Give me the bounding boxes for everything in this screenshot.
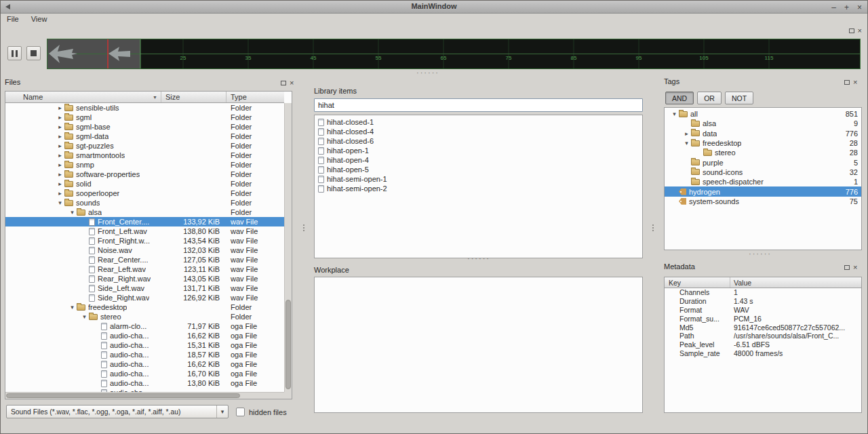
tag-tree-row[interactable]: speech-dispatcher1 (665, 177, 861, 186)
library-item[interactable]: hihat-closed-6 (315, 136, 642, 146)
metadata-row[interactable]: Peak_level-6.51 dBFS (665, 340, 861, 349)
titlebar[interactable]: MainWindow – + × (1, 1, 867, 14)
file-filter-select[interactable]: Sound Files (*.wav, *.flac, *.ogg, *.oga… (6, 405, 229, 418)
tag-tree-row[interactable]: system-sounds75 (665, 197, 861, 206)
file-tree-row[interactable]: ▸sgml-dataFolder (5, 132, 284, 141)
minimize-button[interactable]: – (831, 3, 836, 12)
library-item[interactable]: hihat-closed-4 (315, 127, 642, 136)
float-dock-icon[interactable] (281, 81, 286, 85)
column-header-key[interactable]: Key (665, 277, 730, 288)
file-tree-row[interactable]: ▸sgt-puzzlesFolder (5, 141, 284, 151)
expand-arrow-icon[interactable]: ▸ (56, 114, 64, 121)
tag-logic-button-and[interactable]: AND (665, 92, 694, 104)
file-tree-row[interactable]: ▾alsaFolder (5, 208, 284, 217)
close-button[interactable]: × (857, 3, 862, 12)
tag-tree-row[interactable]: ▸data776 (665, 129, 861, 138)
file-tree-row[interactable]: audio-cha...18,57 KiBoga File (5, 350, 284, 359)
column-header-name[interactable]: Name ▼ (5, 92, 161, 102)
library-item[interactable]: hihat-semi-open-2 (315, 184, 642, 193)
close-dock-icon[interactable]: × (858, 28, 862, 33)
files-vertical-scrollbar[interactable] (284, 103, 292, 392)
file-tree-row[interactable]: Rear_Right.wav143,05 KiBwav File (5, 274, 284, 283)
collapse-arrow-icon[interactable]: ▾ (68, 304, 77, 311)
metadata-row[interactable]: FormatWAV (665, 306, 861, 315)
tag-tree-row[interactable]: ▾freedesktop28 (665, 138, 861, 148)
file-tree-row[interactable]: ▸software-propertiesFolder (5, 170, 284, 179)
expand-arrow-icon[interactable]: ▸ (56, 123, 64, 130)
file-tree-row[interactable]: alarm-clo...71,97 KiBoga File (5, 321, 284, 331)
splitter-handle[interactable]: ······ (740, 252, 781, 256)
library-item[interactable]: hihat-semi-open-1 (315, 174, 642, 184)
library-item[interactable]: hihat-open-5 (315, 165, 642, 174)
collapse-arrow-icon[interactable]: ▾ (68, 209, 77, 216)
files-horizontal-scrollbar[interactable] (5, 392, 284, 399)
pause-button[interactable] (7, 46, 22, 60)
scrollbar-thumb[interactable] (285, 300, 291, 389)
close-dock-icon[interactable]: × (290, 80, 294, 85)
file-tree-row[interactable]: ▸smartmontoolsFolder (5, 151, 284, 160)
scrollbar-thumb[interactable] (6, 393, 240, 398)
file-tree-row[interactable]: Side_Left.wav131,71 KiBwav File (5, 283, 284, 293)
file-tree-row[interactable]: Rear_Left.wav123,11 KiBwav File (5, 264, 284, 274)
expand-arrow-icon[interactable]: ▸ (56, 133, 64, 140)
splitter-handle[interactable]: ······ (408, 71, 448, 75)
file-tree-row[interactable]: Front_Center....133,92 KiBwav File (5, 217, 284, 226)
file-tree-row[interactable]: audio-cha...16,62 KiBoga File (5, 359, 284, 369)
file-tree-row[interactable]: ▾soundsFolder (5, 198, 284, 208)
splitter-handle[interactable]: ······ (458, 256, 499, 260)
expand-arrow-icon[interactable]: ▸ (56, 190, 64, 197)
file-tree-row[interactable]: ▸sensible-utilsFolder (5, 103, 284, 113)
metadata-row[interactable]: Md5916147ce6ced50877c27c557062... (665, 323, 861, 332)
collapse-arrow-icon[interactable]: ▾ (682, 140, 691, 146)
file-tree-row[interactable]: Rear_Center....127,05 KiBwav File (5, 255, 284, 264)
maximize-button[interactable]: + (844, 3, 849, 12)
file-tree-row[interactable]: Front_Right.w...143,54 KiBwav File (5, 236, 284, 245)
expand-arrow-icon[interactable]: ▸ (56, 104, 64, 111)
waveform-panel[interactable]: 2535455565758595105115 (47, 39, 861, 69)
metadata-row[interactable]: Duration1.43 s (665, 297, 861, 306)
file-tree-row[interactable]: Noise.wav132,03 KiBwav File (5, 245, 284, 255)
tag-logic-button-not[interactable]: NOT (725, 92, 753, 104)
float-dock-icon[interactable] (849, 28, 854, 33)
float-dock-icon[interactable] (844, 80, 850, 85)
stop-button[interactable] (26, 46, 41, 60)
tag-tree-row[interactable]: stereo28 (665, 148, 861, 157)
hidden-files-checkbox[interactable] (236, 408, 245, 416)
expand-arrow-icon[interactable]: ▸ (56, 152, 64, 159)
splitter-handle[interactable] (651, 224, 655, 231)
menu-view[interactable]: View (25, 14, 54, 25)
tag-tree-row[interactable]: hydrogen776 (665, 186, 861, 196)
close-dock-icon[interactable]: × (853, 264, 857, 270)
file-tree-row[interactable]: ▾freedesktopFolder (5, 302, 284, 312)
tag-logic-button-or[interactable]: OR (697, 92, 722, 104)
column-header-value[interactable]: Value (730, 277, 861, 288)
float-dock-icon[interactable] (844, 265, 850, 270)
collapse-arrow-icon[interactable]: ▾ (56, 199, 64, 206)
tag-tree-row[interactable]: ▾all851 (665, 109, 861, 119)
tag-tree-row[interactable]: purple5 (665, 157, 861, 167)
file-tree-row[interactable]: ▾stereoFolder (5, 312, 284, 321)
expand-arrow-icon[interactable]: ▸ (682, 130, 691, 137)
metadata-row[interactable]: Channels1 (665, 288, 861, 297)
file-tree-row[interactable]: audio-cha...16,62 KiBoga File (5, 331, 284, 340)
column-header-type[interactable]: Type (226, 92, 284, 102)
file-tree-row[interactable]: ▸sooperlooperFolder (5, 189, 284, 198)
tag-tree-row[interactable]: alsa9 (665, 119, 861, 128)
file-tree-row[interactable]: ▸sgml-baseFolder (5, 122, 284, 132)
file-tree-row[interactable]: Front_Left.wav138,80 KiBwav File (5, 226, 284, 236)
metadata-row[interactable]: Sample_rate48000 frames/s (665, 349, 861, 358)
collapse-arrow-icon[interactable]: ▾ (80, 313, 89, 320)
expand-arrow-icon[interactable]: ▸ (56, 161, 64, 168)
expand-arrow-icon[interactable]: ▸ (56, 142, 64, 149)
file-tree-row[interactable]: ▸sgmlFolder (5, 113, 284, 122)
library-item[interactable]: hihat-open-1 (315, 146, 642, 155)
file-tree-row[interactable]: ▸snmpFolder (5, 160, 284, 170)
splitter-handle[interactable] (302, 224, 306, 231)
tag-tree-row[interactable]: sound-icons32 (665, 167, 861, 177)
file-tree-row[interactable]: Side_Right.wav126,92 KiBwav File (5, 293, 284, 302)
library-search-input[interactable] (314, 98, 643, 112)
library-item[interactable]: hihat-open-4 (315, 155, 642, 165)
file-tree-row[interactable]: audio-cha...15,31 KiBoga File (5, 340, 284, 350)
library-item[interactable]: hihat-closed-1 (315, 117, 642, 127)
metadata-row[interactable]: Path/usr/share/sounds/alsa/Front_C... (665, 332, 861, 340)
